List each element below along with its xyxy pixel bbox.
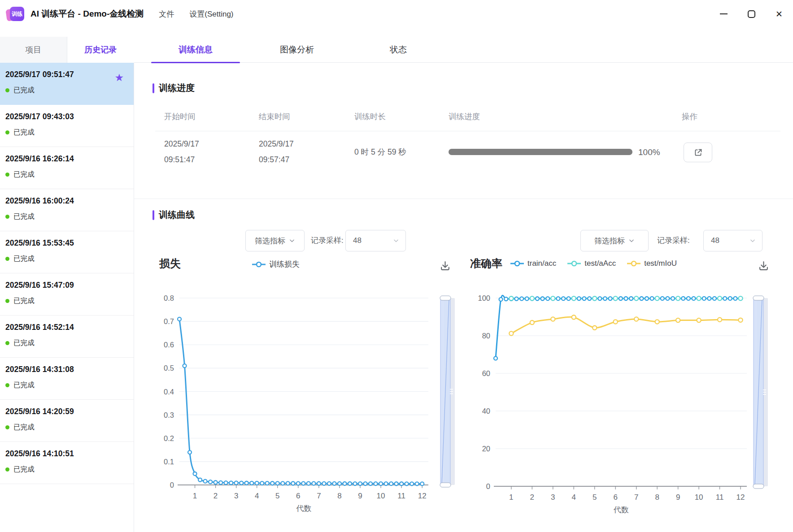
history-item-status: 已完成	[5, 381, 126, 390]
tab-project[interactable]: 项目	[0, 37, 67, 63]
minimize-button[interactable]	[710, 3, 737, 25]
svg-text:7: 7	[634, 493, 638, 502]
chevron-down-icon	[289, 238, 295, 244]
legend-train/acc[interactable]: train/acc	[510, 259, 556, 268]
status-dot-icon	[5, 299, 9, 303]
history-item-status-label: 已完成	[13, 128, 35, 137]
准确率-canvas: 020406080100123456789101112代数	[466, 282, 793, 515]
status-dot-icon	[5, 130, 9, 134]
history-item-status: 已完成	[5, 212, 126, 221]
status-dot-icon	[5, 173, 9, 177]
损失-canvas: 00.10.20.30.40.50.60.70.8123456789101112…	[148, 282, 462, 515]
main-tabs: 训练信息 图像分析 状态	[145, 37, 449, 62]
tab-row: 项目 历史记录 训练信息 图像分析 状态	[0, 37, 793, 63]
download-loss-chart-button[interactable]	[438, 259, 452, 272]
col-progress: 训练进度	[449, 111, 480, 122]
sampling-select-left[interactable]: 48	[345, 230, 406, 251]
history-item-status-label: 已完成	[13, 254, 35, 264]
history-item[interactable]: 2025/9/16 14:10:51已完成	[0, 442, 134, 484]
history-item-status: 已完成	[5, 128, 126, 137]
history-item-status: 已完成	[5, 296, 126, 306]
col-duration: 训练时长	[354, 111, 386, 122]
svg-text:4: 4	[572, 493, 576, 502]
accuracy-chart: 020406080100123456789101112代数	[466, 282, 793, 517]
menu-settings[interactable]: 设置(Setting)	[189, 9, 233, 19]
svg-text:11: 11	[397, 492, 405, 500]
svg-text:0.2: 0.2	[164, 434, 174, 442]
history-item-date: 2025/9/17 09:43:03	[5, 112, 126, 121]
legend-test/mIoU[interactable]: test/mIoU	[627, 259, 677, 268]
history-item-status-label: 已完成	[13, 465, 35, 474]
start-clock: 09:51:47	[164, 152, 199, 168]
datazoom-slider[interactable]	[753, 296, 768, 489]
svg-text:0: 0	[170, 481, 174, 489]
history-item-status-label: 已完成	[13, 212, 35, 221]
app-logo-text: 训练	[10, 7, 24, 21]
svg-text:12: 12	[736, 493, 745, 502]
history-item[interactable]: 2025/9/16 16:00:24已完成	[0, 189, 134, 231]
star-icon[interactable]: ★	[114, 73, 124, 83]
app-logo-icon: 训练	[7, 5, 24, 22]
datazoom-slider[interactable]	[440, 296, 455, 487]
close-button[interactable]: ✕	[765, 3, 793, 25]
svg-text:0.1: 0.1	[164, 458, 174, 466]
download-accuracy-chart-button[interactable]	[757, 259, 770, 272]
col-end-time: 结束时间	[259, 111, 290, 122]
history-item-status: 已完成	[5, 338, 126, 348]
col-start-time: 开始时间	[164, 111, 196, 122]
filter-metrics-button-right[interactable]: 筛选指标	[580, 230, 649, 251]
svg-text:80: 80	[482, 332, 490, 340]
tab-history[interactable]: 历史记录	[67, 37, 135, 63]
svg-text:8: 8	[655, 493, 659, 502]
filter-metrics-label: 筛选指标	[594, 236, 625, 246]
history-item[interactable]: 2025/9/16 16:26:14已完成	[0, 147, 134, 189]
menu-file[interactable]: 文件	[159, 9, 174, 19]
tab-training-info[interactable]: 训练信息	[145, 37, 246, 63]
legend-test/aAcc[interactable]: test/aAcc	[567, 259, 616, 268]
history-item-status: 已完成	[5, 465, 126, 474]
history-item-date: 2025/9/16 16:26:14	[5, 154, 126, 164]
svg-text:3: 3	[551, 493, 555, 502]
titlebar: 训练 AI 训练平台 - Demo-金线检测 文件 设置(Setting) ✕	[0, 0, 793, 28]
cell-duration: 0 时 5 分 59 秒	[354, 144, 406, 160]
open-detail-button[interactable]	[684, 143, 712, 162]
svg-text:1: 1	[509, 493, 513, 502]
svg-text:2: 2	[214, 492, 218, 500]
svg-text:12: 12	[418, 492, 427, 500]
svg-text:5: 5	[275, 492, 279, 500]
history-item[interactable]: 2025/9/16 15:47:09已完成	[0, 273, 134, 316]
svg-text:0.3: 0.3	[164, 411, 174, 419]
history-item-status-label: 已完成	[13, 381, 35, 390]
curves-section-title: 训练曲线	[159, 209, 195, 221]
history-item[interactable]: 2025/9/16 14:20:59已完成	[0, 400, 134, 442]
history-item-status: 已完成	[5, 86, 126, 95]
col-actions: 操作	[682, 111, 697, 122]
svg-text:40: 40	[482, 407, 490, 415]
legend-训练损失[interactable]: 训练损失	[252, 259, 300, 269]
svg-text:7: 7	[317, 492, 321, 500]
history-item[interactable]: 2025/9/16 14:31:08已完成	[0, 358, 134, 400]
tab-image-analysis[interactable]: 图像分析	[246, 37, 348, 63]
download-icon	[758, 260, 769, 272]
history-item[interactable]: 2025/9/16 15:53:45已完成	[0, 231, 134, 273]
sampling-select-right[interactable]: 48	[703, 230, 762, 251]
cell-end-time: 2025/9/17 09:57:47	[259, 136, 294, 168]
history-item-status-label: 已完成	[13, 170, 35, 179]
progress-percent: 100%	[638, 147, 660, 157]
tab-status[interactable]: 状态	[348, 37, 449, 63]
svg-text:10: 10	[695, 493, 703, 502]
filter-metrics-button-left[interactable]: 筛选指标	[245, 230, 305, 251]
history-item[interactable]: 2025/9/17 09:51:47已完成★	[0, 63, 134, 105]
history-item[interactable]: 2025/9/17 09:43:03已完成	[0, 105, 134, 147]
sampling-label-left: 记录采样:	[311, 230, 344, 251]
svg-text:2: 2	[530, 493, 534, 502]
svg-text:8: 8	[337, 492, 341, 500]
svg-text:0.8: 0.8	[164, 294, 174, 302]
svg-text:6: 6	[296, 492, 300, 500]
history-item[interactable]: 2025/9/16 14:52:14已完成	[0, 316, 134, 358]
status-dot-icon	[5, 467, 9, 471]
maximize-button[interactable]	[737, 3, 765, 25]
svg-text:9: 9	[676, 493, 680, 502]
main-content: 训练进度 开始时间 结束时间 训练时长 训练进度 操作 2025/9/17 09…	[134, 63, 793, 532]
status-dot-icon	[5, 341, 9, 345]
